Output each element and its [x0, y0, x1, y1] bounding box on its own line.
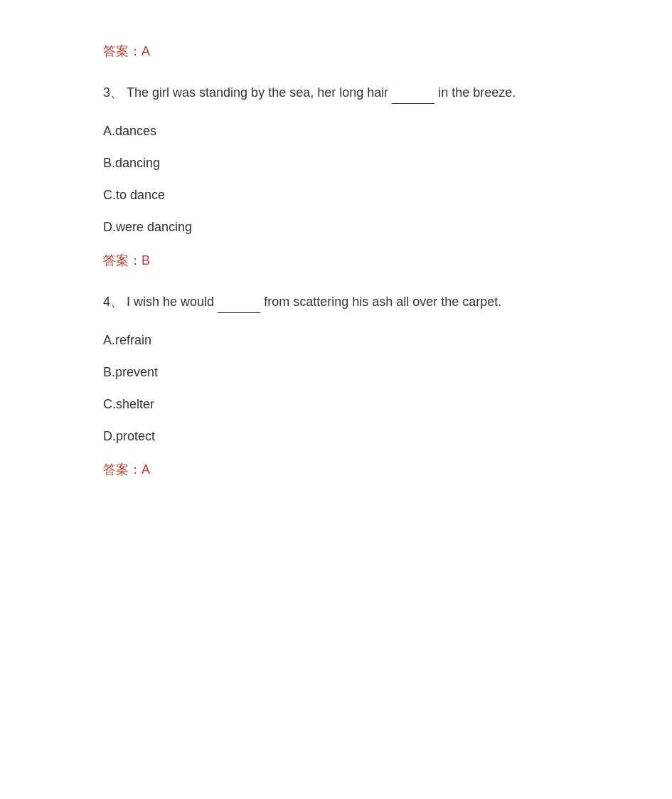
q3-text-after: in the breeze. [438, 85, 516, 100]
q3-option-b: B.dancing [103, 156, 569, 171]
q3-option-a: A.dances [103, 124, 569, 139]
q4-answer: 答案：A [103, 461, 569, 478]
q3-number: 3、 [103, 85, 123, 100]
q4-blank [218, 295, 264, 309]
q3-blank [392, 85, 438, 100]
q3-option-d: D.were dancing [103, 220, 569, 235]
q4-text-before: I wish he would [127, 295, 214, 309]
q3-text-before: The girl was standing by the sea, her lo… [127, 85, 388, 100]
q3-option-c: C.to dance [103, 188, 569, 203]
q4-number: 4、 [103, 295, 123, 309]
q4-option-a: A.refrain [103, 333, 569, 348]
q2-answer: 答案：A [103, 43, 569, 60]
q4-text-after: from scattering his ash all over the car… [264, 295, 501, 309]
q4-option-c: C.shelter [103, 397, 569, 412]
q4-option-d: D.protect [103, 429, 569, 444]
question-3: 3、 The girl was standing by the sea, her… [103, 83, 569, 104]
question-4: 4、 I wish he would from scattering his a… [103, 292, 569, 313]
q3-answer: 答案：B [103, 252, 569, 269]
q4-option-b: B.prevent [103, 365, 569, 380]
